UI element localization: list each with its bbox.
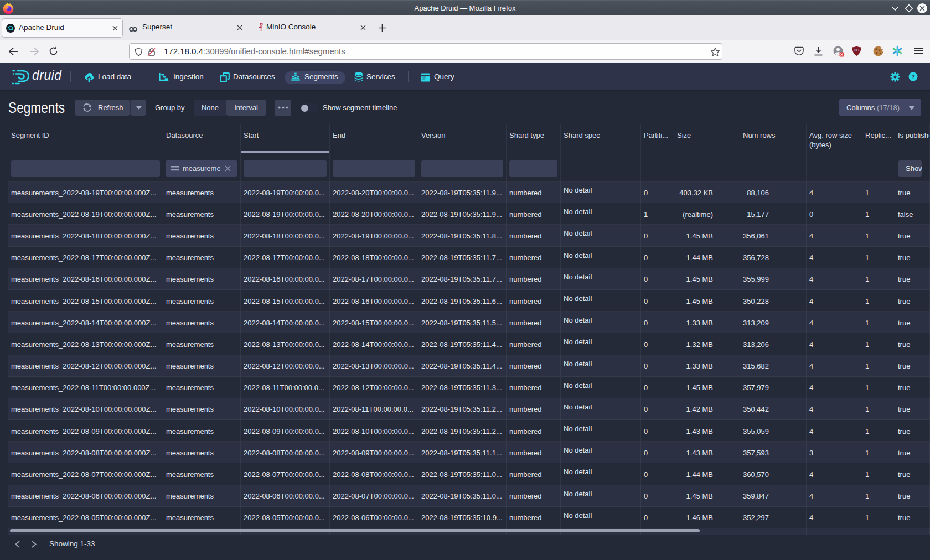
svg-text:uO: uO <box>854 48 859 52</box>
svg-text:?: ? <box>911 74 915 80</box>
